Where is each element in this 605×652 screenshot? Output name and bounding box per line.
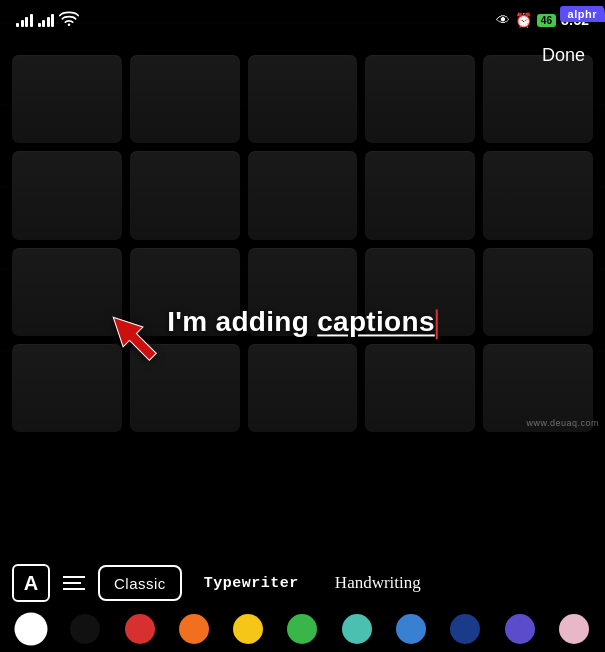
- font-classic-button[interactable]: Classic: [98, 565, 182, 601]
- svg-marker-1: [103, 307, 162, 366]
- caption-area: I'm adding captions: [167, 306, 438, 339]
- color-purple[interactable]: [505, 614, 535, 644]
- watermark: www.deuaq.com: [526, 418, 599, 428]
- font-style-row: A Classic Typewriter Handwriting: [12, 564, 593, 602]
- align-button[interactable]: [58, 567, 90, 599]
- caption-text: I'm adding captions: [167, 306, 438, 339]
- font-handwriting-button[interactable]: Handwriting: [321, 565, 435, 601]
- battery-badge: 46: [537, 14, 556, 27]
- status-bar: 👁 ⏰ 46 8:52: [0, 0, 605, 40]
- color-pink[interactable]: [559, 614, 589, 644]
- color-black[interactable]: [70, 614, 100, 644]
- text-cursor: [436, 309, 438, 339]
- caption-underlined: captions: [317, 306, 435, 337]
- color-navy[interactable]: [450, 614, 480, 644]
- done-button[interactable]: Done: [542, 45, 585, 66]
- font-a-button[interactable]: A: [12, 564, 50, 602]
- color-red[interactable]: [125, 614, 155, 644]
- caption-prefix: I'm adding: [167, 306, 317, 337]
- svg-point-0: [68, 23, 71, 26]
- eye-icon: 👁: [496, 12, 510, 28]
- clock-icon: ⏰: [515, 12, 532, 28]
- signal-icon: [16, 14, 33, 27]
- phone-frame: alphr: [0, 0, 605, 652]
- wifi-icon: [59, 10, 79, 30]
- arrow-indicator: [98, 302, 168, 376]
- color-orange[interactable]: [179, 614, 209, 644]
- alphr-badge: alphr: [560, 6, 605, 22]
- color-green[interactable]: [287, 614, 317, 644]
- color-blue[interactable]: [396, 614, 426, 644]
- font-a-label: A: [24, 572, 38, 595]
- bottom-toolbar: A Classic Typewriter Handwriting: [0, 554, 605, 652]
- color-white[interactable]: [16, 614, 46, 644]
- font-typewriter-button[interactable]: Typewriter: [190, 565, 313, 601]
- color-teal[interactable]: [342, 614, 372, 644]
- color-picker-row: [12, 614, 593, 644]
- status-left: [16, 10, 79, 30]
- signal-icon-2: [38, 14, 55, 27]
- color-yellow[interactable]: [233, 614, 263, 644]
